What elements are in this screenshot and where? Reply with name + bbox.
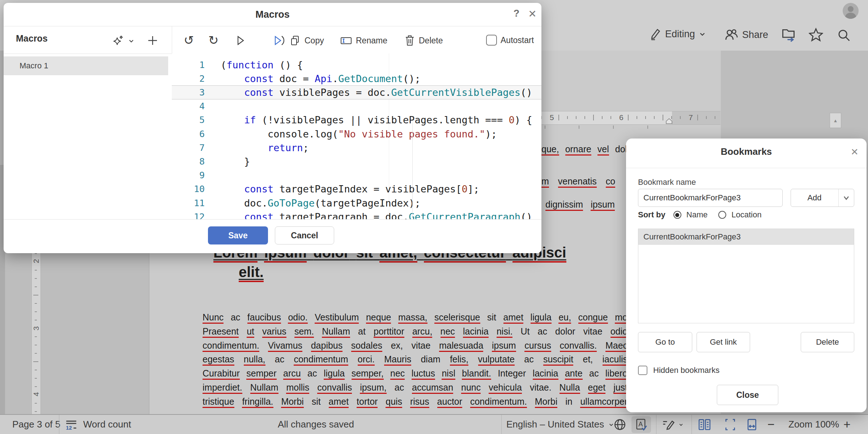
editing-label: Editing <box>665 29 695 40</box>
fit-page-button[interactable] <box>723 415 737 434</box>
code-line[interactable]: 5 if (!visiblePages || visiblePages.leng… <box>172 113 541 127</box>
ruler-number: 6 <box>619 113 624 122</box>
spellcheck-toggle[interactable]: A <box>631 416 651 433</box>
code-line[interactable]: 4 <box>172 99 541 113</box>
code-line[interactable]: 11 doc.GoToPage(targetPageIndex); <box>172 196 541 210</box>
macros-dialog: Macros ? ✕ Macros ↺ ↻ <box>4 3 541 253</box>
sparkle-icon <box>112 35 124 47</box>
code-line[interactable]: 12 const targetParagraph = doc.GetCurren… <box>172 210 541 219</box>
macros-dialog-titlebar[interactable]: Macros ? ✕ <box>4 3 541 26</box>
language-selector[interactable]: English – United States <box>506 415 614 434</box>
run-all-button[interactable] <box>272 35 285 46</box>
sort-location-radio[interactable] <box>718 211 726 219</box>
code-line[interactable]: 1(function () { <box>172 58 541 72</box>
sort-location-label[interactable]: Location <box>731 210 761 220</box>
run-macro-button[interactable] <box>234 35 246 46</box>
redo-icon: ↻ <box>208 34 219 46</box>
indent-marker[interactable] <box>665 118 673 124</box>
chevron-down-icon <box>128 38 135 44</box>
rename-macro-button[interactable]: Rename <box>340 35 387 46</box>
code-line[interactable]: 10 const targetPageIndex = visiblePages[… <box>172 182 541 196</box>
set-language-button[interactable] <box>613 415 627 434</box>
editing-mode-dropdown[interactable]: Editing <box>648 27 706 41</box>
divider <box>626 168 867 168</box>
code-editor[interactable]: 1(function () {2 const doc = Api.GetDocu… <box>172 54 541 219</box>
play-icon <box>234 35 246 46</box>
pencil-icon <box>648 27 661 41</box>
open-file-location-button[interactable] <box>780 26 796 42</box>
plus-icon <box>147 35 158 46</box>
save-button[interactable]: Save <box>208 226 268 244</box>
sort-name-radio[interactable] <box>673 211 681 219</box>
globe-icon <box>613 417 627 432</box>
undo-button[interactable]: ↺ <box>184 34 194 46</box>
favorite-star-button[interactable] <box>809 27 823 42</box>
fit-page-icon <box>723 418 737 431</box>
bookmark-name-input[interactable]: CurrentBookmarkForPage3 <box>638 189 783 207</box>
chevron-down-icon[interactable] <box>841 195 852 201</box>
bookmarks-dialog: Bookmarks ✕ Bookmark name CurrentBookmar… <box>626 139 867 412</box>
code-line[interactable]: 3 const visiblePages = doc.GetCurrentVis… <box>172 85 541 99</box>
search-button[interactable] <box>837 28 851 42</box>
autostart-label: Autostart <box>501 35 534 45</box>
divider <box>656 415 656 434</box>
bookmarks-list[interactable]: CurrentBookmarkForPage3 <box>638 229 854 323</box>
app-root: Editing Share <box>0 0 868 434</box>
sort-by-label: Sort by <box>638 210 665 220</box>
avatar[interactable] <box>843 3 859 19</box>
bookmark-list-item[interactable]: CurrentBookmarkForPage3 <box>638 229 854 245</box>
page-indicator[interactable]: Page 3 of 5 <box>12 415 60 434</box>
code-line[interactable]: 2 const doc = Api.GetDocument(); <box>172 72 541 85</box>
ruler-number: 5 <box>550 113 554 122</box>
divider <box>59 415 59 434</box>
help-button[interactable]: ? <box>510 8 523 19</box>
word-count-button[interactable]: 12 Word count <box>65 415 131 434</box>
status-bar: Page 3 of 5 12 Word count All changes sa… <box>0 414 868 434</box>
rename-label: Rename <box>356 36 387 46</box>
search-icon <box>837 28 851 42</box>
document-text-line: condimentum. Vivamus dapibus sodales ex,… <box>203 339 627 353</box>
autostart-checkbox[interactable]: Autostart <box>486 35 534 46</box>
close-button[interactable]: Close <box>717 385 778 405</box>
ai-macro-button[interactable] <box>112 35 135 47</box>
zoom-in-button[interactable]: + <box>843 415 851 434</box>
zoom-out-button[interactable]: − <box>767 415 775 434</box>
horizontal-ruler[interactable]: 567 <box>538 111 720 125</box>
close-icon[interactable]: ✕ <box>848 146 861 158</box>
macro-list-item[interactable]: Macro 1 <box>4 56 168 75</box>
zoom-level[interactable]: Zoom 100% <box>788 415 839 434</box>
code-line[interactable]: 8 } <box>172 154 541 168</box>
cancel-button[interactable]: Cancel <box>275 226 334 244</box>
sort-name-label[interactable]: Name <box>686 210 708 220</box>
delete-bookmark-button[interactable]: Delete <box>801 332 854 352</box>
spellcheck-icon: A <box>635 418 648 431</box>
chevron-down-icon <box>678 422 684 427</box>
scroll-up-button[interactable]: ▲ <box>830 113 841 128</box>
hidden-bookmarks-label: Hidden bookmarks <box>653 366 719 375</box>
play-debug-icon <box>272 35 285 46</box>
get-link-button[interactable]: Get link <box>697 332 750 352</box>
add-bookmark-button[interactable]: Add <box>791 189 854 207</box>
sort-by-group: Sort by Name Location <box>638 209 762 220</box>
svg-text:A: A <box>638 421 643 428</box>
close-icon[interactable]: ✕ <box>525 8 540 20</box>
share-button[interactable]: Share <box>724 27 768 42</box>
document-text-line: egestas nulla, ac condimentum orci. Maur… <box>203 352 627 366</box>
delete-macro-button[interactable]: Delete <box>404 35 443 46</box>
save-status: All changes saved <box>278 415 354 434</box>
add-macro-button[interactable] <box>147 35 158 46</box>
track-changes-icon <box>662 418 676 431</box>
goto-button[interactable]: Go to <box>638 332 692 352</box>
two-page-view-icon <box>697 417 712 432</box>
track-changes-button[interactable] <box>662 415 684 434</box>
code-line[interactable]: 7 return; <box>172 141 541 154</box>
two-page-view-button[interactable] <box>697 415 712 434</box>
hidden-bookmarks-checkbox[interactable]: Hidden bookmarks <box>638 366 719 375</box>
fit-width-button[interactable] <box>745 415 759 434</box>
ruler-number: 7 <box>689 113 693 122</box>
code-line[interactable]: 9 <box>172 169 541 182</box>
code-line[interactable]: 6 console.log("No visible pages found.")… <box>172 127 541 141</box>
redo-button[interactable]: ↻ <box>208 34 219 46</box>
document-text-line: Curabitur semper arcu ac ligula semper, … <box>203 366 627 380</box>
copy-macro-button[interactable]: Copy <box>289 35 324 46</box>
